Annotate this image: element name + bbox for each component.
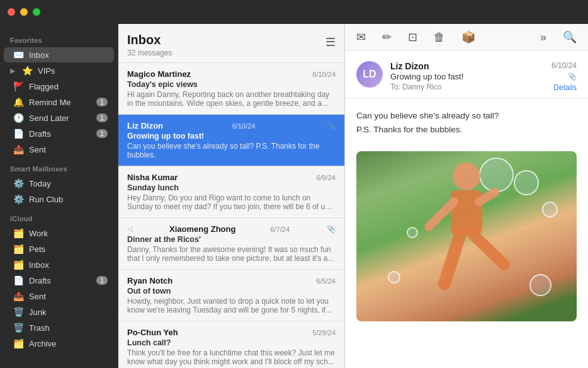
message-list: Inbox 32 messages ☰ Magico Martinez6/10/… bbox=[118, 24, 345, 368]
run-club-icon: ⚙️ bbox=[13, 194, 24, 204]
sender-name: Ryan Notch bbox=[127, 276, 172, 285]
detail-image bbox=[356, 151, 577, 321]
icloud-sent-label: Sent bbox=[29, 292, 108, 301]
msg-preview: Can you believe she's already so tall? P… bbox=[127, 142, 336, 159]
detail-actions: 6/10/24 📎 Details bbox=[551, 61, 577, 92]
msg-subject: Today's epic views bbox=[127, 80, 336, 89]
message-row[interactable]: ◁Xiaomeng Zhong6/7/24📎Dinner at the Rico… bbox=[118, 218, 344, 270]
detail-date: 6/10/24 bbox=[551, 61, 577, 70]
drafts-badge: 1 bbox=[96, 129, 108, 138]
details-link[interactable]: Details bbox=[553, 83, 577, 92]
msg-subject: Lunch call? bbox=[127, 338, 336, 347]
sidebar-item-inbox[interactable]: ✉️Inbox bbox=[4, 47, 114, 62]
inbox-count: 32 messages bbox=[127, 49, 172, 57]
sidebar-item-flagged[interactable]: 🚩Flagged bbox=[4, 79, 114, 94]
msg-date: 6/5/24 bbox=[316, 277, 336, 285]
sidebar-item-run-club[interactable]: ⚙️Run Club bbox=[4, 192, 114, 207]
send-later-icon: 🕐 bbox=[13, 113, 24, 123]
msg-date: 6/7/24 bbox=[270, 226, 290, 233]
svg-point-0 bbox=[453, 163, 480, 190]
sidebar-item-icloud-inbox[interactable]: 🗂️Inbox bbox=[4, 257, 114, 272]
minimize-button[interactable] bbox=[20, 8, 28, 16]
archive-icon[interactable]: ⊡ bbox=[405, 28, 420, 47]
fullscreen-button[interactable] bbox=[33, 8, 40, 16]
vips-icon: ⭐ bbox=[21, 66, 33, 76]
sidebar-item-pets[interactable]: 🗂️Pets bbox=[4, 241, 114, 256]
msg-preview: Hey Danny, Do you and Rigo want to come … bbox=[127, 193, 336, 211]
sidebar-item-icloud-drafts[interactable]: 📄Drafts1 bbox=[4, 273, 114, 288]
sidebar-section-label: Smart Mailboxes bbox=[0, 158, 118, 175]
icloud-drafts-badge: 1 bbox=[96, 276, 108, 285]
bubble-5 bbox=[529, 274, 551, 296]
detail-toolbar: ✉ ✏ ⊡ 🗑 📦 » 🔍 bbox=[345, 24, 588, 51]
sidebar-item-icloud-sent[interactable]: 📤Sent bbox=[4, 289, 114, 304]
junk-icon: 🗑️ bbox=[13, 307, 24, 317]
trash-icon[interactable]: 🗑 bbox=[431, 28, 448, 47]
archive-label: Archive bbox=[29, 339, 108, 348]
trash-label: Trash bbox=[29, 323, 108, 333]
detail-view: ✉ ✏ ⊡ 🗑 📦 » 🔍 LD Liz Dizon Growing up to… bbox=[345, 24, 588, 368]
message-list-header: Inbox 32 messages ☰ bbox=[118, 24, 344, 63]
message-row[interactable]: Nisha Kumar6/9/24Sunday lunchHey Danny, … bbox=[118, 166, 344, 218]
inbox-icon: ✉️ bbox=[13, 50, 24, 60]
detail-header: LD Liz Dizon Growing up too fast! To: Da… bbox=[345, 51, 588, 99]
sidebar-item-remind-me[interactable]: 🔔Remind Me1 bbox=[4, 95, 114, 110]
sidebar-item-today[interactable]: ⚙️Today bbox=[4, 176, 114, 191]
body-line1: Can you believe she's already so tall? bbox=[356, 109, 577, 123]
bubble-4 bbox=[388, 271, 400, 284]
compose-icon[interactable]: ✏ bbox=[380, 28, 394, 47]
message-row[interactable]: Liz Dizon6/10/24📎Growing up too fast!Can… bbox=[118, 115, 344, 166]
icloud-inbox-label: Inbox bbox=[29, 260, 108, 270]
sidebar-item-drafts[interactable]: 📄Drafts1 bbox=[4, 126, 114, 141]
message-row[interactable]: Po-Chun Yeh5/29/24Lunch call?Think you'l… bbox=[118, 321, 344, 368]
remind-me-icon: 🔔 bbox=[13, 97, 24, 107]
msg-preview: Hi again Danny, Reporting back on anothe… bbox=[127, 90, 336, 108]
sidebar-item-sent[interactable]: 📤Sent bbox=[4, 142, 114, 157]
message-row[interactable]: Magico Martinez6/10/24Today's epic views… bbox=[118, 63, 344, 115]
sender-name: Liz Dizon bbox=[127, 121, 163, 130]
junk-label: Junk bbox=[29, 308, 108, 317]
run-club-label: Run Club bbox=[29, 195, 108, 204]
title-bar bbox=[0, 0, 588, 24]
sent-label: Sent bbox=[29, 145, 108, 154]
send-later-label: Send Later bbox=[29, 113, 91, 123]
sidebar-item-vips[interactable]: ▶⭐VIPs bbox=[4, 63, 114, 78]
filter-icon[interactable]: ☰ bbox=[325, 35, 336, 49]
sidebar-item-junk[interactable]: 🗑️Junk bbox=[4, 304, 114, 319]
move-icon[interactable]: 📦 bbox=[459, 28, 478, 47]
sidebar-item-trash[interactable]: 🗑️Trash bbox=[4, 320, 114, 335]
sidebar-item-send-later[interactable]: 🕐Send Later1 bbox=[4, 110, 114, 125]
inbox-title: Inbox bbox=[127, 33, 172, 47]
icloud-inbox-icon: 🗂️ bbox=[13, 260, 24, 270]
msg-preview: Howdy, neighbor, Just wanted to drop a q… bbox=[127, 297, 336, 314]
sidebar-section-label: Favorites bbox=[0, 29, 118, 47]
close-button[interactable] bbox=[8, 8, 15, 16]
message-row[interactable]: Ryan Notch6/5/24Out of townHowdy, neighb… bbox=[118, 270, 344, 321]
msg-subject: Sunday lunch bbox=[127, 183, 336, 192]
msg-subject: Growing up too fast! bbox=[127, 132, 336, 141]
today-label: Today bbox=[29, 179, 108, 188]
more-icon[interactable]: » bbox=[538, 28, 549, 47]
avatar: LD bbox=[356, 61, 383, 88]
sidebar-item-work[interactable]: 🗂️Work bbox=[4, 226, 114, 241]
attachment-icon: 📎 bbox=[327, 122, 336, 130]
svg-line-2 bbox=[444, 234, 460, 284]
mail-icon[interactable]: ✉ bbox=[354, 28, 368, 47]
body-line2: P.S. Thanks for the bubbles. bbox=[356, 123, 577, 137]
search-icon[interactable]: 🔍 bbox=[560, 28, 579, 47]
icloud-sent-icon: 📤 bbox=[13, 291, 24, 301]
msg-date: 6/10/24 bbox=[312, 71, 336, 78]
msg-subject: Out of town bbox=[127, 287, 336, 296]
msg-header: Ryan Notch6/5/24 bbox=[127, 276, 336, 285]
vips-arrow-icon: ▶ bbox=[10, 67, 15, 75]
inbox-label: Inbox bbox=[29, 50, 108, 60]
msg-header: Magico Martinez6/10/24 bbox=[127, 69, 336, 79]
sidebar-section-label: iCloud bbox=[0, 207, 118, 225]
msg-header: Po-Chun Yeh5/29/24 bbox=[127, 328, 336, 337]
sidebar-item-archive[interactable]: 🗂️Archive bbox=[4, 336, 114, 351]
remind-me-label: Remind Me bbox=[29, 98, 91, 107]
trash-icon: 🗑️ bbox=[13, 323, 24, 333]
detail-sender-name: Liz Dizon bbox=[390, 61, 544, 71]
detail-sender-row: LD Liz Dizon Growing up too fast! To: Da… bbox=[356, 61, 577, 92]
today-icon: ⚙️ bbox=[13, 178, 24, 188]
